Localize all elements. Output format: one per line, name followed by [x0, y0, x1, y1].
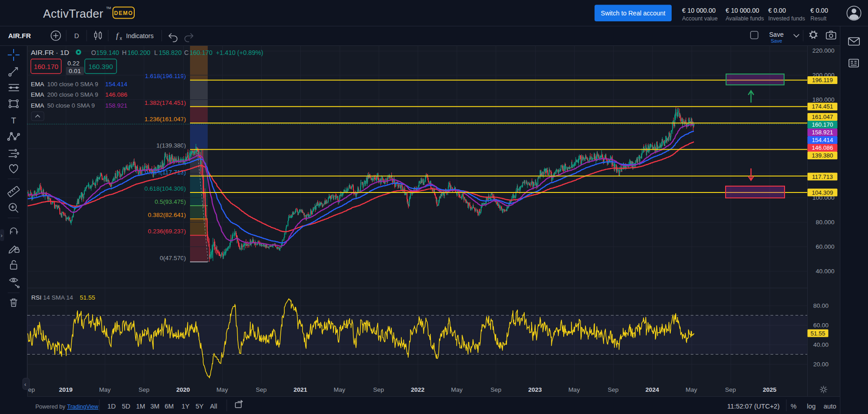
svg-text:T: T: [11, 116, 16, 125]
svg-text:TradingView: TradingView: [67, 404, 99, 410]
svg-text:5Y: 5Y: [195, 403, 204, 410]
svg-text:May: May: [686, 386, 697, 393]
svg-text:AIR.FR: AIR.FR: [8, 32, 31, 39]
svg-text:60.00: 60.00: [813, 322, 829, 329]
svg-text:€ 10 000.00: € 10 000.00: [726, 7, 759, 14]
svg-text:80.00: 80.00: [813, 302, 829, 309]
svg-text:D: D: [74, 32, 79, 39]
svg-text:Account value: Account value: [682, 15, 718, 22]
svg-text:2024: 2024: [645, 386, 659, 393]
svg-text:2021: 2021: [293, 386, 307, 393]
svg-text:160.170: 160.170: [190, 49, 213, 56]
svg-text:0.01: 0.01: [69, 68, 81, 74]
svg-text:€ 0.00: € 0.00: [768, 7, 786, 14]
svg-text:158.921: 158.921: [105, 102, 127, 109]
svg-text:Sep: Sep: [373, 386, 384, 393]
svg-text:2025: 2025: [763, 386, 777, 393]
svg-text:100 close 0 SMA 9: 100 close 0 SMA 9: [47, 81, 98, 88]
svg-text:161.047: 161.047: [812, 113, 833, 120]
svg-text:20.00: 20.00: [813, 361, 829, 368]
svg-text:Sep: Sep: [725, 386, 736, 393]
svg-text:DEMO: DEMO: [114, 10, 133, 16]
svg-text:5D: 5D: [122, 403, 131, 410]
svg-text:auto: auto: [824, 403, 836, 410]
svg-text:154.414: 154.414: [812, 137, 833, 143]
svg-text:160.390: 160.390: [88, 63, 113, 70]
svg-text:146.086: 146.086: [812, 144, 833, 151]
svg-text:Sep: Sep: [138, 386, 149, 393]
svg-text:All: All: [210, 403, 217, 410]
svg-text:104.309: 104.309: [812, 189, 833, 196]
svg-text:AIR.FR · 1D: AIR.FR · 1D: [31, 49, 69, 56]
svg-text:Save: Save: [769, 31, 784, 38]
svg-text:51.55: 51.55: [810, 330, 825, 337]
svg-text:0.5(93.475): 0.5(93.475): [155, 198, 186, 205]
svg-text:0.236(69.237): 0.236(69.237): [148, 228, 186, 235]
svg-text:Available funds: Available funds: [726, 15, 764, 22]
svg-text:154.414: 154.414: [105, 81, 127, 88]
svg-text:1D: 1D: [107, 403, 116, 410]
svg-text:Save: Save: [770, 38, 782, 44]
svg-text:+1.410 (+0.89%): +1.410 (+0.89%): [216, 49, 263, 56]
svg-text:196.119: 196.119: [812, 77, 833, 84]
svg-text:158.921: 158.921: [812, 129, 833, 136]
svg-text:Invested funds: Invested funds: [768, 15, 805, 22]
svg-text:160.200: 160.200: [127, 49, 151, 56]
svg-text:EMA: EMA: [31, 81, 44, 88]
svg-text:1M: 1M: [136, 403, 145, 410]
svg-text:0.382(82.641): 0.382(82.641): [148, 212, 186, 218]
svg-text:200 close 0 SMA 9: 200 close 0 SMA 9: [47, 91, 98, 98]
svg-text:Sep: Sep: [608, 386, 619, 393]
svg-text:220.000: 220.000: [812, 47, 834, 54]
svg-text:Result: Result: [810, 15, 827, 22]
svg-text:51.55: 51.55: [80, 294, 95, 301]
svg-text:0.618(104.309): 0.618(104.309): [144, 185, 186, 192]
svg-text:€ 10 000.00: € 10 000.00: [682, 7, 716, 14]
svg-text:May: May: [568, 386, 580, 393]
svg-text:ActivTrader: ActivTrader: [43, 7, 103, 20]
svg-text:log: log: [807, 403, 815, 410]
svg-text:O: O: [91, 49, 96, 56]
svg-text:0.22: 0.22: [68, 60, 79, 67]
svg-text:H: H: [122, 49, 127, 56]
svg-text:1(139.380): 1(139.380): [156, 142, 186, 149]
svg-text:TM: TM: [106, 6, 111, 10]
svg-text:80.000: 80.000: [816, 219, 834, 226]
svg-text:1.618(196.119): 1.618(196.119): [145, 73, 186, 79]
svg-text:May: May: [216, 386, 228, 393]
svg-text:40.00: 40.00: [813, 341, 829, 348]
svg-text:139.380: 139.380: [812, 152, 833, 159]
svg-text:0(47.570): 0(47.570): [160, 255, 186, 261]
svg-text:14 SMA 14: 14 SMA 14: [43, 294, 73, 301]
svg-text:40.000: 40.000: [816, 268, 834, 275]
svg-text:L: L: [154, 49, 158, 56]
svg-text:117.713: 117.713: [812, 173, 833, 180]
svg-text:EMA: EMA: [31, 91, 44, 98]
svg-text:60.000: 60.000: [816, 243, 834, 250]
svg-text:159.140: 159.140: [96, 49, 119, 56]
svg-text:174.451: 174.451: [812, 103, 833, 110]
svg-text:1Y: 1Y: [181, 403, 190, 410]
svg-text:3M: 3M: [150, 403, 159, 410]
svg-text:2019: 2019: [59, 386, 73, 393]
svg-text:1.382(174.451): 1.382(174.451): [144, 99, 186, 106]
svg-text:160.170: 160.170: [812, 121, 833, 128]
svg-text:11:52:07 (UTC+2): 11:52:07 (UTC+2): [727, 403, 780, 410]
svg-text:RSI: RSI: [31, 294, 42, 301]
svg-text:Sep: Sep: [490, 386, 501, 393]
svg-text:Indicators: Indicators: [126, 32, 154, 39]
svg-text:%: %: [791, 403, 797, 410]
svg-text:Sep: Sep: [256, 386, 267, 393]
svg-text:158.820: 158.820: [159, 49, 182, 56]
svg-text:1.236(161.047): 1.236(161.047): [144, 116, 186, 123]
svg-text:x: x: [120, 36, 122, 41]
svg-text:2023: 2023: [528, 386, 542, 393]
svg-text:2020: 2020: [176, 386, 190, 393]
svg-text:May: May: [334, 386, 346, 393]
svg-text:May: May: [451, 386, 463, 393]
svg-text:EMA: EMA: [31, 102, 44, 109]
svg-text:180.000: 180.000: [812, 96, 834, 103]
svg-text:160.170: 160.170: [34, 63, 58, 70]
svg-text:6M: 6M: [165, 403, 174, 410]
svg-text:C: C: [184, 49, 189, 56]
